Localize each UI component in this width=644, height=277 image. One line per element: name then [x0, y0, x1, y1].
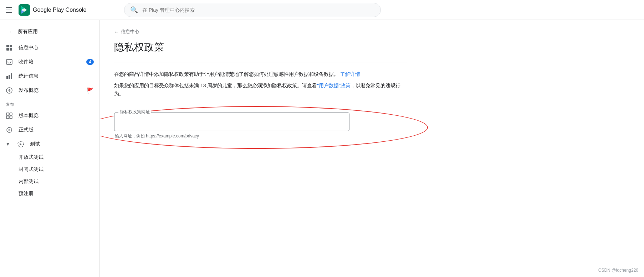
pre-register-label: 预注册: [19, 190, 34, 197]
search-icon: 🔍: [130, 6, 138, 14]
url-input-wrapper: 隐私权政策网址 输入网址，例如 https://example.com/priv…: [114, 113, 421, 139]
inbox-badge: 4: [86, 59, 94, 65]
description-1: 在您的商品详情中添加隐私权政策有助于让用户能清楚地了解您如何处理敏感性用户数据和…: [114, 70, 407, 78]
svg-rect-14: [6, 113, 9, 115]
closed-test-label: 封闭式测试: [19, 166, 44, 173]
info-center-label: 信息中心: [19, 45, 39, 51]
desc1-text: 在您的商品详情中添加隐私权政策有助于让用户能清楚地了解您如何处理敏感性用户数据和…: [114, 71, 339, 77]
content-inner: ← 信息中心 隐私权政策 在您的商品详情中添加隐私权政策有助于让用户能清楚地了解…: [100, 20, 421, 148]
sidebar-item-publish-overview[interactable]: 发布概览 🚩: [0, 83, 99, 98]
url-hint: 输入网址，例如 https://example.com/privacy: [114, 133, 421, 139]
sidebar-item-statistics[interactable]: 统计信息: [0, 69, 99, 83]
inbox-icon: [6, 58, 13, 66]
sidebar-item-info-center[interactable]: 信息中心: [0, 41, 99, 55]
user-data-policy-link[interactable]: "用户数据"政策: [317, 83, 351, 88]
logo-text: Google Play Console: [33, 7, 86, 13]
header-left: Google Play Console: [6, 4, 120, 16]
desc2-part1: 如果您的应用的目标受众群体包括未满 13 周岁的儿童，那么您必须添加隐私权政策。…: [114, 83, 317, 88]
watermark: CSDN @fqcheng220: [598, 268, 638, 273]
stats-icon: [6, 73, 13, 80]
svg-rect-7: [10, 48, 12, 51]
url-field-container: 隐私权政策网址: [114, 113, 349, 131]
search-bar[interactable]: 🔍: [124, 3, 381, 17]
svg-rect-11: [11, 73, 12, 79]
internal-test-label: 内部测试: [19, 178, 39, 185]
app-header: Google Play Console 🔍: [0, 0, 644, 20]
sidebar-sub-item-internal-test[interactable]: 内部测试: [0, 176, 99, 188]
back-to-all-apps[interactable]: ← 所有应用: [3, 24, 97, 39]
publish-overview-label: 发布概览: [19, 87, 39, 94]
page-title: 隐私权政策: [114, 41, 407, 54]
sidebar: ← 所有应用 信息中心 收件箱 4: [0, 20, 100, 277]
expand-arrow-icon: ▼: [6, 142, 10, 147]
sidebar-sub-item-pre-register[interactable]: 预注册: [0, 188, 99, 200]
open-test-label: 开放式测试: [19, 154, 44, 161]
url-field-wrapper: 隐私权政策网址 输入网址，例如 https://example.com/priv…: [114, 113, 421, 139]
test-label: 测试: [30, 141, 40, 147]
privacy-policy-url-input[interactable]: [114, 113, 349, 131]
svg-rect-15: [10, 113, 12, 115]
svg-rect-6: [6, 48, 9, 51]
main-layout: ← 所有应用 信息中心 收件箱 4: [0, 20, 644, 277]
back-arrow-icon: ←: [9, 29, 14, 35]
release-icon: [6, 126, 13, 134]
publish-section-label: 发布: [0, 98, 99, 109]
breadcrumb: ← 信息中心: [114, 28, 407, 35]
logo-area: Google Play Console: [19, 4, 86, 16]
google-play-logo-icon: [19, 4, 30, 16]
sidebar-item-test[interactable]: ▼ 测试: [0, 137, 99, 151]
svg-rect-9: [6, 76, 8, 79]
stats-label: 统计信息: [19, 73, 39, 79]
version-overview-label: 版本概览: [19, 113, 39, 119]
publish-icon: [6, 87, 13, 94]
sidebar-sub-item-open-test[interactable]: 开放式测试: [0, 151, 99, 163]
hamburger-menu-icon[interactable]: [6, 6, 14, 14]
test-icon: [17, 141, 24, 148]
breadcrumb-arrow-icon: ←: [114, 29, 119, 35]
learn-more-link[interactable]: 了解详情: [340, 71, 360, 77]
search-input[interactable]: [142, 7, 375, 13]
dashboard-icon: [6, 44, 13, 51]
svg-rect-10: [9, 75, 10, 79]
title-divider: [114, 63, 407, 63]
back-label: 所有应用: [18, 28, 38, 35]
svg-rect-5: [10, 45, 12, 47]
content-area: ← 信息中心 隐私权政策 在您的商品详情中添加隐私权政策有助于让用户能清楚地了解…: [100, 20, 644, 277]
svg-rect-16: [6, 116, 9, 119]
sidebar-sub-item-closed-test[interactable]: 封闭式测试: [0, 163, 99, 176]
versions-icon: [6, 112, 13, 119]
inbox-label: 收件箱: [19, 59, 34, 65]
svg-rect-4: [6, 45, 9, 47]
sidebar-item-release[interactable]: 正式版: [0, 123, 99, 137]
release-label: 正式版: [19, 127, 34, 133]
sidebar-item-version-overview[interactable]: 版本概览: [0, 109, 99, 123]
publish-flag-icon: 🚩: [87, 87, 94, 94]
url-input-label: 隐私权政策网址: [118, 109, 151, 115]
breadcrumb-label[interactable]: 信息中心: [121, 28, 139, 35]
svg-marker-20: [20, 143, 22, 145]
description-2: 如果您的应用的目标受众群体包括未满 13 周岁的儿童，那么您必须添加隐私权政策。…: [114, 82, 407, 98]
svg-rect-17: [10, 116, 12, 119]
sidebar-item-inbox[interactable]: 收件箱 4: [0, 55, 99, 69]
